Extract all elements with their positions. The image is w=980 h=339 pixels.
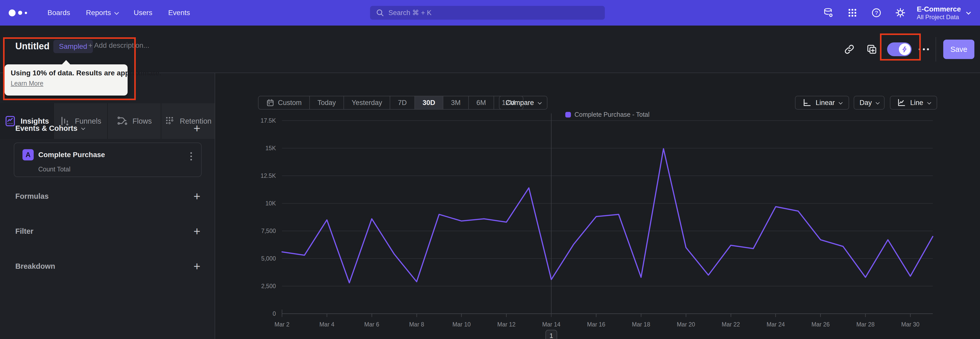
svg-text:1: 1 bbox=[549, 332, 553, 339]
chevron-down-icon bbox=[927, 101, 931, 104]
range-yesterday[interactable]: Yesterday bbox=[344, 96, 390, 109]
help-icon[interactable]: ? bbox=[869, 5, 884, 21]
report-title[interactable]: Untitled bbox=[15, 41, 49, 51]
chevron-down-icon bbox=[838, 101, 843, 104]
formulas-row: Formulas + bbox=[15, 191, 200, 201]
tab-insights[interactable]: Insights bbox=[0, 103, 53, 139]
project-name: E-Commerce bbox=[917, 5, 961, 14]
search-icon bbox=[375, 8, 384, 17]
x-tick-label: Mar 14 bbox=[542, 321, 560, 328]
date-range-control: CustomTodayYesterday7D30D3M6M12M bbox=[258, 96, 523, 110]
events-cohorts-header-row: Events & Cohorts + bbox=[15, 123, 200, 133]
event-letter-badge: A bbox=[22, 149, 34, 160]
x-tick-label: Mar 28 bbox=[856, 321, 875, 328]
range-30d[interactable]: 30D bbox=[414, 96, 443, 109]
nav-item-users[interactable]: Users bbox=[134, 9, 152, 17]
x-tick-label: Mar 16 bbox=[587, 321, 605, 328]
event-name: Complete Purchase bbox=[38, 151, 105, 159]
chevron-down-icon bbox=[114, 10, 119, 14]
x-tick-label: Mar 4 bbox=[319, 321, 334, 328]
search-input[interactable]: Search ⌘ + K bbox=[370, 6, 605, 20]
tooltip-text: Using 10% of data. Results are approxima… bbox=[11, 69, 121, 77]
sampling-tooltip: Using 10% of data. Results are approxima… bbox=[5, 64, 127, 96]
duplicate-icon[interactable] bbox=[865, 42, 879, 56]
mixpanel-app: Boards Reports Users Events Search ⌘ + K… bbox=[0, 0, 980, 339]
nav-item-events[interactable]: Events bbox=[168, 9, 190, 17]
y-tick-label: 2,500 bbox=[261, 283, 276, 289]
chart-annotation-marker[interactable]: 1 bbox=[546, 330, 557, 339]
linear-axis-icon bbox=[802, 98, 811, 107]
event-card[interactable]: A Complete Purchase Count Total bbox=[14, 142, 202, 177]
breakdown-row: Breakdown + bbox=[15, 261, 200, 271]
chart-type-selector[interactable]: Line bbox=[890, 96, 937, 110]
filter-label: Filter bbox=[15, 227, 33, 235]
report-actions: Save bbox=[842, 26, 980, 73]
interval-selector[interactable]: Day bbox=[854, 96, 885, 110]
project-scope: All Project Data bbox=[917, 14, 961, 21]
y-tick-label: 5,000 bbox=[261, 255, 276, 262]
add-breakdown-button[interactable]: + bbox=[193, 261, 200, 271]
x-tick-label: Mar 2 bbox=[275, 321, 290, 328]
x-tick-label: Mar 22 bbox=[722, 321, 740, 328]
data-management-icon[interactable] bbox=[821, 5, 836, 21]
x-tick-label: Mar 8 bbox=[409, 321, 424, 328]
x-tick-label: Mar 6 bbox=[364, 321, 379, 328]
chevron-down-icon bbox=[876, 101, 880, 104]
x-tick-label: Mar 10 bbox=[452, 321, 471, 328]
copy-link-icon[interactable] bbox=[842, 42, 856, 56]
range-3m[interactable]: 3M bbox=[443, 96, 468, 109]
sampling-toggle[interactable] bbox=[887, 42, 912, 56]
calendar-icon bbox=[266, 99, 274, 107]
svg-text:?: ? bbox=[875, 10, 878, 16]
scale-selector[interactable]: Linear bbox=[795, 96, 849, 110]
x-tick-label: Mar 30 bbox=[901, 321, 920, 328]
report-header: Untitled Sampled + Add description... Sa… bbox=[0, 26, 980, 73]
x-tick-label: Mar 24 bbox=[767, 321, 785, 328]
filter-row: Filter + bbox=[15, 226, 200, 236]
range-custom[interactable]: Custom bbox=[259, 96, 309, 109]
sampled-badge[interactable]: Sampled bbox=[53, 40, 93, 53]
apps-grid-icon[interactable] bbox=[845, 5, 860, 21]
nav-right-cluster: ? E-Commerce All Project Data bbox=[821, 0, 980, 26]
x-tick-label: Mar 20 bbox=[677, 321, 695, 328]
tab-retention[interactable]: Retention bbox=[161, 103, 215, 139]
divider bbox=[935, 37, 936, 62]
compare-button[interactable]: Compare bbox=[499, 96, 547, 110]
settings-gear-icon[interactable] bbox=[893, 5, 908, 21]
y-tick-label: 15K bbox=[266, 145, 276, 152]
range-6m[interactable]: 6M bbox=[468, 96, 494, 109]
add-description[interactable]: + Add description... bbox=[88, 42, 149, 50]
save-button[interactable]: Save bbox=[943, 40, 974, 59]
add-formula-button[interactable]: + bbox=[193, 191, 200, 201]
tab-flows[interactable]: Flows bbox=[107, 103, 161, 139]
event-metric[interactable]: Count Total bbox=[38, 166, 70, 173]
event-options-icon[interactable] bbox=[189, 151, 193, 162]
add-event-button[interactable]: + bbox=[193, 123, 200, 133]
y-tick-label: 7,500 bbox=[261, 228, 276, 234]
line-chart: 02,5005,0007,50010K12.5K15K17.5KMar 2Mar… bbox=[216, 110, 980, 339]
tab-funnels[interactable]: Funnels bbox=[53, 103, 107, 139]
nav-item-reports[interactable]: Reports bbox=[86, 9, 118, 17]
range-7d[interactable]: 7D bbox=[390, 96, 414, 109]
y-tick-label: 10K bbox=[266, 200, 276, 207]
project-switcher[interactable]: E-Commerce All Project Data bbox=[917, 5, 970, 21]
x-tick-label: Mar 12 bbox=[497, 321, 516, 328]
breakdown-label: Breakdown bbox=[15, 262, 55, 270]
y-tick-label: 12.5K bbox=[261, 173, 276, 179]
range-today[interactable]: Today bbox=[309, 96, 344, 109]
series-line bbox=[282, 149, 933, 283]
x-tick-label: Mar 26 bbox=[811, 321, 830, 328]
events-cohorts-header[interactable]: Events & Cohorts bbox=[15, 124, 84, 133]
more-options-icon[interactable] bbox=[919, 48, 929, 50]
mixpanel-logo-icon[interactable] bbox=[9, 10, 32, 16]
tooltip-arrow bbox=[62, 60, 70, 65]
nav-item-boards[interactable]: Boards bbox=[48, 9, 70, 17]
chart-panel: CustomTodayYesterday7D30D3M6M12M Compare… bbox=[216, 73, 980, 339]
search-placeholder: Search ⌘ + K bbox=[388, 9, 431, 17]
top-nav: Boards Reports Users Events Search ⌘ + K… bbox=[0, 0, 980, 26]
chevron-down-icon bbox=[538, 101, 542, 104]
add-filter-button[interactable]: + bbox=[193, 226, 200, 236]
chevron-down-icon bbox=[81, 126, 85, 130]
report-type-tabs: Insights Funnels Flows Retention bbox=[0, 103, 215, 139]
learn-more-link[interactable]: Learn More bbox=[11, 80, 43, 87]
